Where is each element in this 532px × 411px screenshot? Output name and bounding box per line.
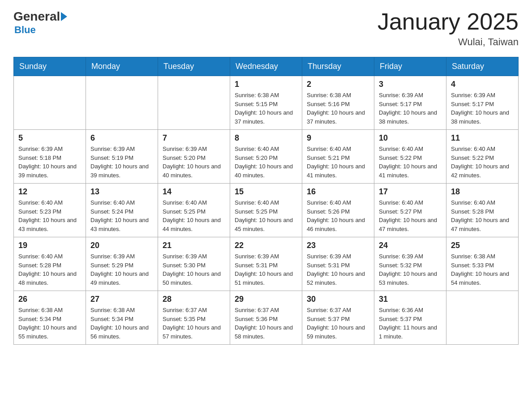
calendar-day-15: 15Sunrise: 6:40 AMSunset: 5:25 PMDayligh… [230, 184, 302, 237]
calendar-day-9: 9Sunrise: 6:40 AMSunset: 5:21 PMDaylight… [302, 130, 374, 184]
day-info: Sunrise: 6:39 AMSunset: 5:20 PMDaylight:… [163, 145, 225, 180]
calendar-header-saturday: Saturday [446, 57, 519, 76]
day-info: Sunrise: 6:40 AMSunset: 5:25 PMDaylight:… [163, 198, 225, 233]
day-info: Sunrise: 6:40 AMSunset: 5:21 PMDaylight:… [307, 145, 369, 180]
day-number: 17 [379, 187, 442, 197]
day-info: Sunrise: 6:40 AMSunset: 5:24 PMDaylight:… [90, 198, 153, 233]
day-number: 10 [379, 133, 442, 143]
day-number: 16 [307, 187, 369, 197]
calendar-day-6: 6Sunrise: 6:39 AMSunset: 5:19 PMDaylight… [86, 130, 158, 184]
day-number: 8 [235, 133, 297, 143]
page-header: General Blue January 2025 Wulai, Taiwan [13, 9, 519, 48]
calendar-day-1: 1Sunrise: 6:38 AMSunset: 5:15 PMDaylight… [230, 76, 302, 130]
calendar-week-4: 19Sunrise: 6:40 AMSunset: 5:28 PMDayligh… [14, 237, 519, 291]
calendar-header-sunday: Sunday [14, 57, 86, 76]
day-number: 28 [163, 295, 225, 304]
calendar-day-22: 22Sunrise: 6:39 AMSunset: 5:31 PMDayligh… [230, 237, 302, 291]
day-info: Sunrise: 6:38 AMSunset: 5:34 PMDaylight:… [90, 306, 153, 341]
calendar-day-3: 3Sunrise: 6:39 AMSunset: 5:17 PMDaylight… [374, 76, 446, 130]
calendar-day-7: 7Sunrise: 6:39 AMSunset: 5:20 PMDaylight… [158, 130, 230, 184]
logo-arrow-icon [61, 12, 67, 21]
page-title: January 2025 [378, 9, 519, 34]
day-info: Sunrise: 6:40 AMSunset: 5:25 PMDaylight:… [235, 198, 297, 233]
calendar-week-1: 1Sunrise: 6:38 AMSunset: 5:15 PMDaylight… [14, 76, 519, 130]
calendar-day-30: 30Sunrise: 6:37 AMSunset: 5:37 PMDayligh… [302, 291, 374, 345]
day-number: 29 [235, 295, 297, 304]
calendar-week-2: 5Sunrise: 6:39 AMSunset: 5:18 PMDaylight… [14, 130, 519, 184]
day-info: Sunrise: 6:40 AMSunset: 5:28 PMDaylight:… [18, 252, 81, 287]
calendar-day-14: 14Sunrise: 6:40 AMSunset: 5:25 PMDayligh… [158, 184, 230, 237]
calendar-day-20: 20Sunrise: 6:39 AMSunset: 5:29 PMDayligh… [86, 237, 158, 291]
day-info: Sunrise: 6:40 AMSunset: 5:28 PMDaylight:… [451, 198, 514, 233]
day-info: Sunrise: 6:39 AMSunset: 5:31 PMDaylight:… [307, 252, 369, 287]
calendar-header-wednesday: Wednesday [230, 57, 302, 76]
calendar-day-2: 2Sunrise: 6:38 AMSunset: 5:16 PMDaylight… [302, 76, 374, 130]
day-number: 30 [307, 295, 369, 304]
calendar-header-friday: Friday [374, 57, 446, 76]
logo: General Blue [13, 9, 67, 36]
day-number: 27 [90, 295, 153, 304]
calendar-day-4: 4Sunrise: 6:39 AMSunset: 5:17 PMDaylight… [446, 76, 519, 130]
calendar-empty-cell [446, 291, 519, 345]
calendar-day-17: 17Sunrise: 6:40 AMSunset: 5:27 PMDayligh… [374, 184, 446, 237]
calendar-week-5: 26Sunrise: 6:38 AMSunset: 5:34 PMDayligh… [14, 291, 519, 345]
day-number: 4 [451, 80, 514, 89]
calendar-day-10: 10Sunrise: 6:40 AMSunset: 5:22 PMDayligh… [374, 130, 446, 184]
day-number: 23 [307, 241, 369, 250]
day-info: Sunrise: 6:39 AMSunset: 5:29 PMDaylight:… [90, 252, 153, 287]
day-info: Sunrise: 6:38 AMSunset: 5:34 PMDaylight:… [18, 306, 81, 341]
calendar-day-31: 31Sunrise: 6:36 AMSunset: 5:37 PMDayligh… [374, 291, 446, 345]
day-number: 11 [451, 133, 514, 143]
calendar-day-25: 25Sunrise: 6:38 AMSunset: 5:33 PMDayligh… [446, 237, 519, 291]
day-number: 6 [90, 133, 153, 143]
day-number: 19 [18, 241, 81, 250]
calendar-day-18: 18Sunrise: 6:40 AMSunset: 5:28 PMDayligh… [446, 184, 519, 237]
day-number: 5 [18, 133, 81, 143]
day-info: Sunrise: 6:39 AMSunset: 5:17 PMDaylight:… [451, 91, 514, 126]
calendar-day-8: 8Sunrise: 6:40 AMSunset: 5:20 PMDaylight… [230, 130, 302, 184]
day-number: 15 [235, 187, 297, 197]
calendar-table: SundayMondayTuesdayWednesdayThursdayFrid… [13, 57, 519, 345]
calendar-day-13: 13Sunrise: 6:40 AMSunset: 5:24 PMDayligh… [86, 184, 158, 237]
day-info: Sunrise: 6:38 AMSunset: 5:16 PMDaylight:… [307, 91, 369, 126]
day-info: Sunrise: 6:40 AMSunset: 5:27 PMDaylight:… [379, 198, 442, 233]
calendar-day-11: 11Sunrise: 6:40 AMSunset: 5:22 PMDayligh… [446, 130, 519, 184]
calendar-day-24: 24Sunrise: 6:39 AMSunset: 5:32 PMDayligh… [374, 237, 446, 291]
day-info: Sunrise: 6:40 AMSunset: 5:20 PMDaylight:… [235, 145, 297, 180]
day-info: Sunrise: 6:39 AMSunset: 5:19 PMDaylight:… [90, 145, 153, 180]
calendar-header-monday: Monday [86, 57, 158, 76]
calendar-day-26: 26Sunrise: 6:38 AMSunset: 5:34 PMDayligh… [14, 291, 86, 345]
logo-blue-text: Blue [14, 24, 67, 36]
calendar-header-tuesday: Tuesday [158, 57, 230, 76]
day-number: 9 [307, 133, 369, 143]
day-info: Sunrise: 6:39 AMSunset: 5:32 PMDaylight:… [379, 252, 442, 287]
day-info: Sunrise: 6:40 AMSunset: 5:22 PMDaylight:… [451, 145, 514, 180]
day-number: 24 [379, 241, 442, 250]
calendar-day-21: 21Sunrise: 6:39 AMSunset: 5:30 PMDayligh… [158, 237, 230, 291]
day-number: 25 [451, 241, 514, 250]
day-info: Sunrise: 6:36 AMSunset: 5:37 PMDaylight:… [379, 306, 442, 341]
calendar-empty-cell [158, 76, 230, 130]
logo-general-text: General [13, 9, 60, 24]
calendar-day-28: 28Sunrise: 6:37 AMSunset: 5:35 PMDayligh… [158, 291, 230, 345]
day-number: 31 [379, 295, 442, 304]
day-number: 1 [235, 80, 297, 89]
title-area: January 2025 Wulai, Taiwan [378, 9, 519, 48]
calendar-week-3: 12Sunrise: 6:40 AMSunset: 5:23 PMDayligh… [14, 184, 519, 237]
calendar-empty-cell [14, 76, 86, 130]
calendar-empty-cell [86, 76, 158, 130]
day-number: 13 [90, 187, 153, 197]
day-info: Sunrise: 6:40 AMSunset: 5:22 PMDaylight:… [379, 145, 442, 180]
calendar-day-16: 16Sunrise: 6:40 AMSunset: 5:26 PMDayligh… [302, 184, 374, 237]
calendar-header-thursday: Thursday [302, 57, 374, 76]
day-info: Sunrise: 6:39 AMSunset: 5:18 PMDaylight:… [18, 145, 81, 180]
day-info: Sunrise: 6:40 AMSunset: 5:23 PMDaylight:… [18, 198, 81, 233]
day-info: Sunrise: 6:40 AMSunset: 5:26 PMDaylight:… [307, 198, 369, 233]
calendar-day-29: 29Sunrise: 6:37 AMSunset: 5:36 PMDayligh… [230, 291, 302, 345]
page-location: Wulai, Taiwan [378, 36, 519, 48]
day-number: 21 [163, 241, 225, 250]
calendar-day-23: 23Sunrise: 6:39 AMSunset: 5:31 PMDayligh… [302, 237, 374, 291]
calendar-day-5: 5Sunrise: 6:39 AMSunset: 5:18 PMDaylight… [14, 130, 86, 184]
day-number: 18 [451, 187, 514, 197]
day-number: 2 [307, 80, 369, 89]
